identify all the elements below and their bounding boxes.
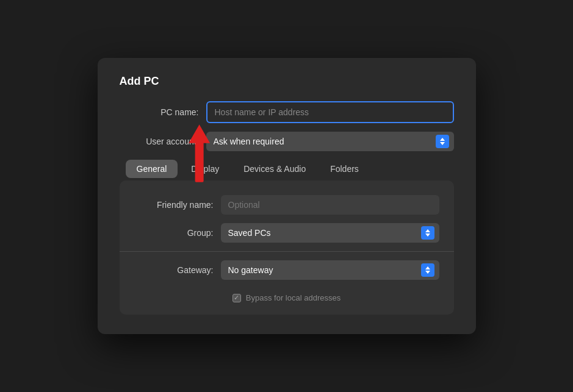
tab-general[interactable]: General [126,160,178,178]
bypass-checkbox[interactable] [232,294,241,302]
bypass-row: Bypass for local addresses [120,288,454,302]
annotation-arrow [181,123,223,196]
tabs-bar: General Display Devices & Audio Folders [120,160,454,178]
tab-content-general: Friendly name: Group: Saved PCs [120,180,454,315]
svg-marker-0 [189,124,210,143]
bypass-label: Bypass for local addresses [246,293,341,302]
user-account-wrapper: Ask when required [206,132,454,151]
pc-name-input[interactable] [206,101,454,123]
svg-rect-1 [195,142,203,182]
group-wrapper: Saved PCs [221,223,439,243]
pc-name-row: PC name: [120,101,454,123]
friendly-name-row: Friendly name: [120,195,454,215]
friendly-name-label: Friendly name: [134,200,214,210]
dialog-title: Add PC [120,75,454,88]
section-divider [120,251,454,252]
user-account-row: User account: Ask when required [120,132,454,151]
gateway-select[interactable]: No gateway [221,260,439,280]
pc-name-label: PC name: [120,107,199,117]
add-pc-dialog: Add PC PC name: User account: Ask when r… [98,58,476,334]
gateway-label: Gateway: [134,265,214,275]
group-label: Group: [134,228,214,238]
group-row: Group: Saved PCs [120,223,454,243]
user-account-select[interactable]: Ask when required [206,132,454,151]
group-select[interactable]: Saved PCs [221,223,439,243]
tab-devices-audio[interactable]: Devices & Audio [232,160,317,178]
tabs-section: General Display Devices & Audio Folders … [120,160,454,315]
gateway-wrapper: No gateway [221,260,439,280]
gateway-row: Gateway: No gateway [120,260,454,280]
friendly-name-input[interactable] [221,195,439,215]
tab-folders[interactable]: Folders [319,160,370,178]
